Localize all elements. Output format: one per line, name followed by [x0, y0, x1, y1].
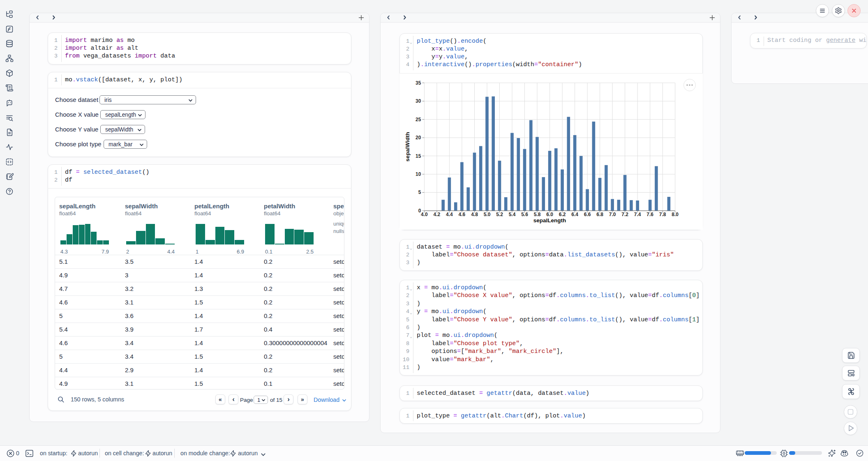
- svg-text:sepalLength: sepalLength: [533, 217, 566, 224]
- svg-text:sepalWidth: sepalWidth: [404, 132, 411, 161]
- svg-text:8.0: 8.0: [672, 212, 679, 217]
- svg-text:7.8: 7.8: [659, 212, 666, 217]
- svg-text:10: 10: [416, 171, 421, 177]
- svg-text:5.4: 5.4: [509, 212, 516, 217]
- svg-text:6.6: 6.6: [584, 212, 591, 217]
- svg-text:4.4: 4.4: [446, 212, 453, 217]
- svg-text:7.6: 7.6: [646, 212, 653, 217]
- svg-text:4.2: 4.2: [434, 212, 441, 217]
- svg-text:6.2: 6.2: [559, 212, 566, 217]
- svg-text:7.4: 7.4: [634, 212, 641, 217]
- svg-text:7.0: 7.0: [609, 212, 616, 217]
- svg-text:4.6: 4.6: [459, 212, 466, 217]
- svg-text:5.6: 5.6: [521, 212, 528, 217]
- svg-text:4.8: 4.8: [471, 212, 478, 217]
- svg-text:5.0: 5.0: [484, 212, 491, 217]
- svg-text:6.8: 6.8: [596, 212, 603, 217]
- svg-text:15: 15: [416, 153, 421, 159]
- svg-text:6.0: 6.0: [546, 212, 553, 217]
- svg-text:30: 30: [416, 98, 421, 104]
- svg-text:5.8: 5.8: [534, 212, 541, 217]
- svg-text:7.2: 7.2: [621, 212, 628, 217]
- svg-text:5: 5: [418, 189, 421, 195]
- svg-text:35: 35: [416, 80, 421, 86]
- svg-text:25: 25: [416, 117, 421, 122]
- svg-text:5.2: 5.2: [496, 212, 503, 217]
- svg-text:6.4: 6.4: [571, 212, 578, 217]
- svg-text:20: 20: [416, 135, 421, 141]
- svg-text:4.0: 4.0: [421, 212, 428, 217]
- svg-text:0: 0: [418, 208, 421, 214]
